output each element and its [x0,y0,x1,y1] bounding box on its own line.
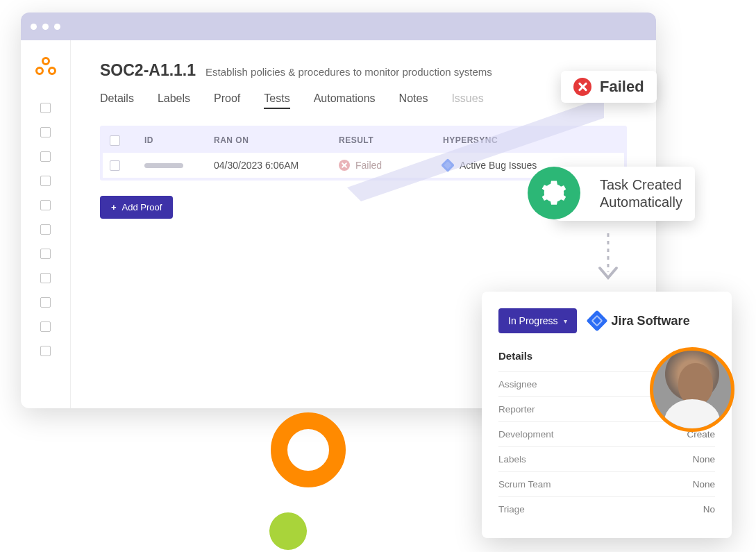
detail-row-scrum: Scrum Team None [498,471,715,496]
nav-icon[interactable] [40,346,51,356]
nav-icon[interactable] [40,103,51,113]
detail-label: Reporter [498,404,535,415]
row-id-redacted [144,163,183,168]
control-description: Establish policies & procedures to monit… [205,66,492,78]
window-dot [54,24,60,30]
failed-label: Failed [600,78,644,96]
app-logo-icon [35,57,56,78]
col-id: ID [144,135,214,146]
window-dot [42,24,49,30]
control-id: SOC2-A1.1.1 [100,61,196,80]
assignee-avatar [650,347,734,432]
detail-value: No [703,504,715,515]
window-dot [31,24,37,30]
tab-issues[interactable]: Issues [451,92,483,109]
tab-automations[interactable]: Automations [314,92,376,109]
detail-value: None [693,479,715,490]
detail-row-labels: Labels None [498,446,715,471]
detail-label: Development [498,429,554,440]
jira-product-label: Jira Software [612,314,690,328]
row-result: Failed [355,160,382,171]
detail-label: Triage [498,504,525,515]
fail-circle-icon [573,78,591,96]
nav-icon[interactable] [40,321,51,332]
status-label: In Progress [508,315,558,326]
failed-badge: Failed [561,71,657,103]
col-result: RESULT [339,135,443,146]
detail-row-triage: Triage No [498,496,715,521]
tabs: Details Labels Proof Tests Automations N… [100,92,627,109]
table-header: ID RAN ON RESULT HYPERSYNC [103,128,624,153]
task-created-label: Task Created Automatically [600,176,682,211]
select-all-checkbox[interactable] [110,135,120,146]
tab-proof[interactable]: Proof [214,92,240,109]
tab-details[interactable]: Details [100,92,134,109]
nav-icon[interactable] [40,249,51,259]
row-ran-on: 04/30/2023 6:06AM [214,160,339,171]
tab-labels[interactable]: Labels [158,92,190,109]
gear-badge [528,167,580,219]
nav-icon[interactable] [40,297,51,308]
add-proof-button[interactable]: + Add Proof [100,196,173,219]
row-checkbox[interactable] [110,160,120,171]
nav-icon[interactable] [40,176,51,186]
sidebar [21,40,71,408]
tab-notes[interactable]: Notes [399,92,428,109]
detail-label: Labels [498,454,526,465]
control-heading: SOC2-A1.1.1 Establish policies & procedu… [100,61,627,80]
detail-label: Scrum Team [498,479,551,490]
jira-icon [441,158,455,172]
status-button[interactable]: In Progress ▾ [498,308,577,333]
nav-icon[interactable] [40,200,51,210]
detail-label: Assignee [498,379,537,390]
decorative-dot [269,512,307,550]
nav-icon[interactable] [40,127,51,137]
window-titlebar [21,12,656,40]
jira-product: Jira Software [589,313,690,328]
detail-value: None [693,454,715,465]
tab-tests[interactable]: Tests [264,92,289,109]
fail-icon [339,160,350,171]
col-ran-on: RAN ON [214,135,339,146]
arrow-down-icon [594,231,622,286]
nav-icon[interactable] [40,273,51,283]
plus-icon: + [111,202,117,212]
add-proof-label: Add Proof [122,202,162,212]
decorative-ring [271,412,346,487]
row-hypersync: Active Bug Issues [460,160,537,171]
col-hypersync: HYPERSYNC [443,135,617,146]
chevron-down-icon: ▾ [564,317,567,325]
gear-icon [541,180,567,206]
nav-icon[interactable] [40,224,51,235]
nav-icon[interactable] [40,151,51,162]
jira-logo-icon [586,310,607,331]
